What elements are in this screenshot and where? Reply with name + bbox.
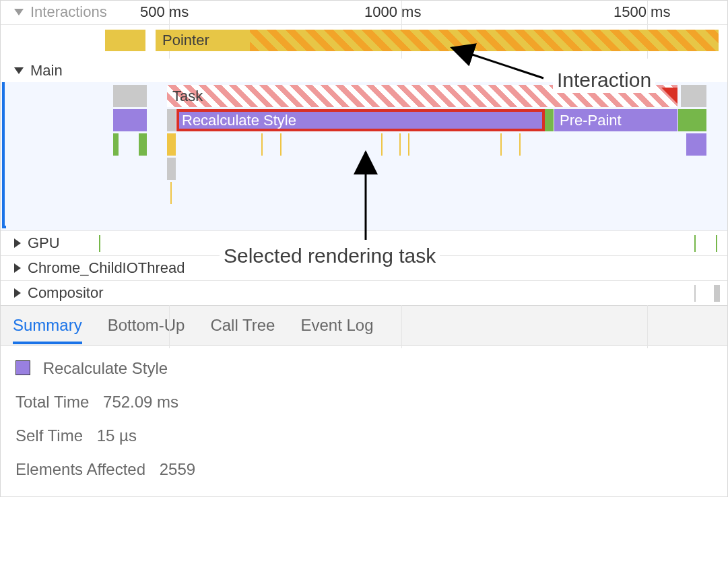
interaction-pointer[interactable]: Pointer	[156, 30, 250, 51]
flame-block[interactable]	[113, 109, 147, 131]
thread-tick	[716, 235, 717, 252]
ruler-tick: 1500 ms	[614, 3, 670, 21]
thread-tick	[714, 285, 720, 302]
flame-task[interactable]	[681, 85, 706, 107]
interactions-label: Interactions	[30, 3, 107, 21]
flame-tick	[261, 133, 263, 156]
flame-tick	[519, 133, 521, 156]
tab-call-tree[interactable]: Call Tree	[210, 306, 275, 344]
flame-tick	[170, 182, 172, 204]
flame-block[interactable]	[167, 158, 176, 180]
chevron-right-icon	[14, 238, 21, 248]
flame-task[interactable]	[113, 85, 147, 107]
flame-block[interactable]	[678, 109, 706, 131]
flame-task-long[interactable]: Task	[167, 85, 677, 107]
flame-tick	[381, 133, 383, 156]
prepaint-label: Pre-Paint	[560, 112, 622, 129]
elements-affected-value: 2559	[160, 460, 195, 478]
gpu-label: GPU	[28, 234, 60, 252]
flame-block[interactable]	[139, 133, 147, 156]
total-time-label: Total Time	[15, 393, 89, 411]
thread-tick	[694, 235, 696, 252]
flame-block[interactable]	[167, 109, 176, 131]
flame-tick	[408, 133, 409, 156]
self-time-value: 15 µs	[97, 426, 137, 445]
task-label: Task	[172, 88, 203, 104]
flame-block[interactable]	[167, 133, 176, 156]
self-time-label: Self Time	[15, 426, 83, 445]
event-name: Recalculate Style	[43, 359, 168, 377]
tab-summary[interactable]: Summary	[13, 306, 82, 344]
total-time-value: 752.09 ms	[103, 393, 178, 411]
thread-tick	[694, 285, 696, 302]
flame-block[interactable]	[686, 133, 706, 156]
flame-block[interactable]	[545, 109, 554, 131]
compositor-thread-header[interactable]: Compositor	[1, 280, 727, 305]
interaction-segment[interactable]	[105, 30, 145, 51]
chevron-down-icon	[14, 9, 24, 15]
interactions-track[interactable]: Pointer	[1, 25, 727, 59]
gpu-thread-header[interactable]: GPU	[1, 230, 727, 255]
recalc-label: Recalculate Style	[182, 112, 296, 129]
interaction-whisker[interactable]	[250, 30, 719, 51]
long-task-indicator-icon	[661, 88, 677, 104]
ruler-tick: 1000 ms	[364, 3, 421, 21]
chevron-right-icon	[14, 288, 21, 298]
interaction-label: Pointer	[162, 32, 209, 48]
child-io-thread-header[interactable]: Chrome_ChildIOThread	[1, 255, 727, 280]
event-color-swatch	[15, 360, 30, 375]
elements-affected-label: Elements Affected	[15, 460, 145, 478]
pre-paint-block[interactable]: Pre-Paint	[554, 109, 677, 131]
summary-panel: Recalculate Style Total Time 752.09 ms S…	[1, 346, 727, 496]
flame-chart[interactable]: Task Recalculate Style Pre-Paint	[1, 82, 727, 230]
recalculate-style-block[interactable]: Recalculate Style	[176, 109, 545, 131]
flame-tick	[399, 133, 401, 156]
compositor-label: Compositor	[28, 284, 103, 302]
time-ruler: Interactions 500 ms 1000 ms 1500 ms	[1, 1, 727, 25]
interactions-track-header[interactable]: Interactions	[14, 3, 107, 21]
child-io-label: Chrome_ChildIOThread	[28, 259, 185, 277]
chevron-right-icon	[14, 263, 21, 273]
main-label: Main	[30, 62, 63, 79]
details-tabs: Summary Bottom-Up Call Tree Event Log	[1, 305, 727, 346]
tab-event-log[interactable]: Event Log	[300, 306, 373, 344]
flame-tick	[280, 133, 282, 156]
flame-tick	[500, 133, 502, 156]
ruler-tick: 500 ms	[140, 3, 189, 21]
main-thread-header[interactable]: Main	[1, 59, 727, 82]
thread-tick	[99, 235, 100, 252]
chevron-down-icon	[14, 67, 24, 74]
flame-block[interactable]	[113, 133, 119, 156]
tab-bottom-up[interactable]: Bottom-Up	[108, 306, 185, 344]
